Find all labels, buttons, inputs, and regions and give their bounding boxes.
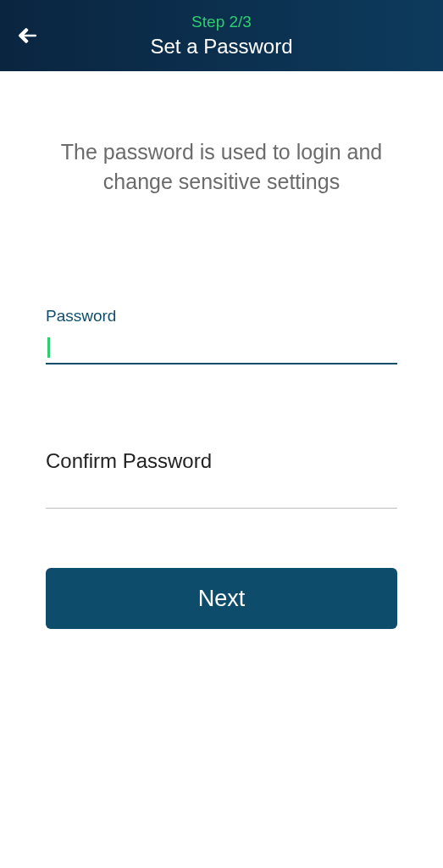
step-indicator: Step 2/3: [150, 12, 292, 33]
confirm-password-label: Confirm Password: [46, 449, 397, 473]
password-label: Password: [46, 307, 397, 326]
header: Step 2/3 Set a Password: [0, 0, 443, 71]
password-field-group: Password: [46, 307, 397, 364]
description-text: The password is used to login and change…: [46, 137, 397, 197]
confirm-password-field-group: Confirm Password: [46, 449, 397, 509]
back-button[interactable]: [10, 19, 44, 53]
content: The password is used to login and change…: [0, 71, 443, 629]
arrow-left-icon: [16, 25, 38, 47]
page-title: Set a Password: [150, 33, 292, 59]
confirm-password-input-wrapper[interactable]: [46, 480, 397, 509]
header-title-group: Step 2/3 Set a Password: [150, 12, 292, 59]
next-button[interactable]: Next: [46, 568, 397, 629]
password-input-wrapper[interactable]: [46, 332, 397, 364]
